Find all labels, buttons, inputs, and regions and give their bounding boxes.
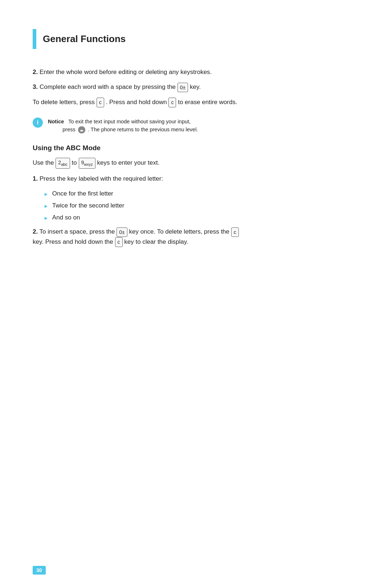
abc-step2-paragraph: 2. To insert a space, press the 0± key o… [33,227,359,247]
step3-prefix: Complete each word with a space by press… [40,83,176,90]
abc-step2-suffix: key to clear the display. [124,238,188,245]
list-item: ► Twice for the second letter [44,201,359,210]
abc-step2-key3: c [115,237,123,247]
abc-step1-heading: 1. Press the key labeled with the requir… [33,174,359,184]
abc-step2-number: 2. [33,228,38,235]
notice-content: Notice To exit the text input mode witho… [48,118,198,134]
delete-key1: c [97,98,104,107]
section-title: General Functions [43,33,126,45]
step2-number: 2. [33,69,38,75]
abc-to: to [72,159,79,166]
delete-paragraph: To delete letters, press c . Press and h… [33,97,359,107]
abc-intro-prefix: Use the [33,159,54,166]
bullet-arrow-2: ► [44,202,49,210]
blue-bar-accent [33,29,36,49]
notice-label: Notice [48,119,64,124]
step2-text: Enter the whole word before editing or d… [40,69,212,75]
notice-text3: . The phone returns to the previous menu… [88,127,198,132]
notice-icon: i [33,118,43,128]
notice-icon-letter: i [37,120,38,126]
section-header: General Functions [33,29,359,49]
abc-section: Using the ABC Mode Use the 2abc to 9wxyz… [33,144,359,247]
abc-step2-prefix: To insert a space, press the [40,228,115,235]
list-item: ► Once for the first letter [44,189,359,198]
abc-section-title: Using the ABC Mode [33,144,359,152]
abc-step2-key1: 0± [117,227,127,237]
content-body: 2. Enter the whole word before editing o… [33,67,359,247]
step3-suffix: key. [190,83,201,90]
bullet-text-3: And so on [52,213,80,222]
bullet-arrow-3: ► [44,214,49,222]
delete-suffix: to erase entire words. [178,99,237,106]
step3-key-box: 0± [177,83,188,92]
step-3-paragraph: 3. Complete each word with a space by pr… [33,82,359,92]
notice-box: i Notice To exit the text input mode wit… [33,118,359,134]
list-item: ► And so on [44,213,359,222]
end-call-icon [78,126,86,134]
bullet-arrow-1: ► [44,190,49,198]
step3-number: 3. [33,83,38,90]
abc-step2-mid2: key. Press and hold down the [33,238,113,245]
delete-prefix: To delete letters, press [33,99,95,106]
page-footer: 30 [33,567,46,573]
abc-intro-suffix: keys to enter your text. [97,159,160,166]
key-2abc: 2abc [56,158,70,168]
page-container: General Functions 2. Enter the whole wor… [0,0,392,281]
notice-text1: To exit the text input mode without savi… [68,119,191,124]
notice-text2: press [62,127,75,132]
abc-step1-text: Press the key labeled with the required … [40,175,163,182]
step-2-paragraph: 2. Enter the whole word before editing o… [33,67,359,77]
bullet-text-1: Once for the first letter [52,189,113,198]
page-number: 30 [33,566,46,575]
abc-step2-key2: c [231,227,239,237]
bullet-text-2: Twice for the second letter [52,201,124,210]
abc-bullet-list: ► Once for the first letter ► Twice for … [44,189,359,223]
abc-intro: Use the 2abc to 9wxyz keys to enter your… [33,158,359,168]
abc-step1-number: 1. [33,175,38,182]
delete-key2: c [168,98,176,107]
abc-step2-mid: key once. To delete letters, press the [129,228,229,235]
key-9wxyz: 9wxyz [79,158,95,168]
delete-mid: . Press and hold down [106,99,167,106]
